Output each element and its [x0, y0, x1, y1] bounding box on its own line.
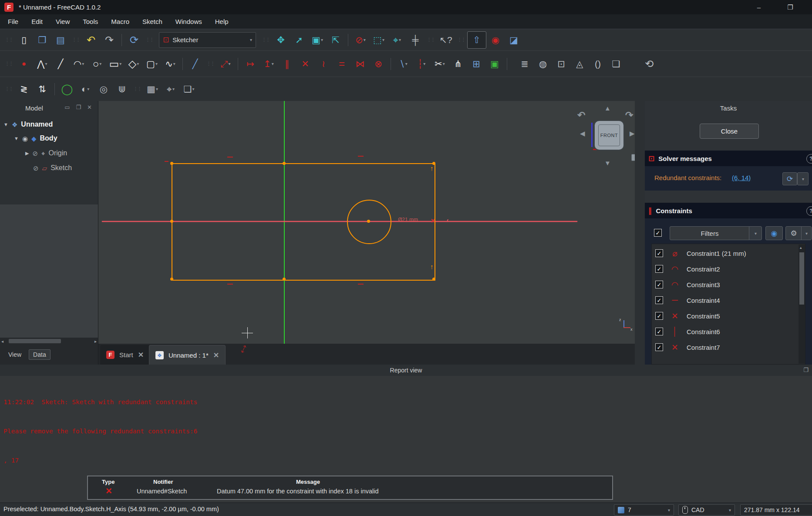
rotate-left-arrow-icon[interactable]: ↶ [577, 110, 585, 121]
sketcher-tool-spiral-button[interactable]: ◬ [570, 56, 589, 72]
sketcher-tool-sliders-button[interactable]: ≣ [516, 56, 534, 72]
notification-area[interactable]: Type Notifier Message ✕ Unnamed#Sketch D… [87, 476, 613, 500]
solver-refresh-button[interactable]: ⟳ [782, 172, 797, 185]
menu-windows[interactable]: Windows [175, 18, 202, 25]
scrollbar-thumb[interactable] [9, 339, 61, 343]
zoom-tools-button[interactable]: ⌖▾ [388, 32, 406, 48]
sketcher-tool-frame-button[interactable]: ⊡ [552, 56, 570, 72]
panel-float-icon[interactable]: ❐ [76, 104, 81, 111]
constraint-checkbox[interactable]: ✓ [655, 296, 663, 304]
show-constraints-button[interactable]: ◉ [765, 226, 783, 240]
menu-help[interactable]: Help [215, 18, 229, 25]
toolbar-grip[interactable]: ⋮⋮ [5, 86, 13, 92]
menu-view[interactable]: View [56, 18, 70, 25]
construction-mode-button[interactable]: ╱ [186, 56, 204, 72]
trim-edge-button[interactable]: ✂▾ [431, 56, 449, 72]
panel-splitter[interactable] [635, 101, 645, 365]
detail-level-selector[interactable]: 7 ▾ [614, 504, 674, 516]
toolbar-grip[interactable]: ⋮⋮ [5, 37, 13, 43]
menu-sketch[interactable]: Sketch [142, 18, 162, 25]
toolbar-grip[interactable]: ⋮⋮ [145, 37, 153, 43]
create-rectangle-button[interactable]: ▭▾ [106, 56, 125, 72]
redo-button[interactable]: ↷ [100, 32, 118, 48]
save-document-button[interactable]: ▤ [51, 32, 70, 48]
constraint-list-item[interactable]: ✓ ─ Constraint4 [655, 293, 720, 308]
whats-this-button[interactable]: ↖? [437, 32, 455, 48]
create-point-button[interactable]: ● [15, 56, 33, 72]
sketch-vertex[interactable] [432, 278, 435, 281]
toolbar-grip[interactable]: ⋮⋮ [72, 37, 80, 43]
circle-center-point[interactable] [367, 220, 370, 223]
tree-item-document[interactable]: ▼ ❖ Unnamed [3, 118, 53, 131]
toggle-grid-button[interactable]: ▦▾ [143, 81, 162, 97]
nav-mini-cube-icon[interactable] [631, 154, 635, 161]
help-question-icon[interactable]: ? [806, 206, 812, 216]
tab-close-icon[interactable]: ✕ [138, 351, 144, 359]
workbench-selector[interactable]: ⊡ Sketcher ▾ [159, 32, 256, 48]
constraint-checkbox[interactable]: ✓ [655, 328, 663, 335]
ellipse-tools-button[interactable]: ◐▾ [76, 81, 94, 97]
constrain-equal-button[interactable]: = [333, 56, 351, 72]
constraints-scrollbar[interactable]: ▴ [799, 245, 805, 364]
carbon-copy-button[interactable]: ▣ [485, 56, 504, 72]
select-constraints-button[interactable]: ≷ [15, 81, 33, 97]
toolbar-grip[interactable]: ⋮⋮ [206, 61, 214, 67]
navigation-cube[interactable]: ↶ ↷ ▲ ▼ ◀ ▶ FRONT [576, 104, 635, 170]
create-slot-button[interactable]: ▢▾ [143, 56, 161, 72]
external-geometry-button[interactable]: ⊞ [467, 56, 485, 72]
sketcher-tool-stamp-button[interactable]: ❏ [607, 56, 625, 72]
new-document-button[interactable]: ▯ [15, 32, 33, 48]
constrain-symmetric-button[interactable]: ⋈ [351, 56, 369, 72]
sync-view-button[interactable]: ⇱ [327, 32, 345, 48]
nav-cube-front-face[interactable]: FRONT [594, 120, 624, 151]
split-edge-button[interactable]: ⋔ [449, 56, 467, 72]
toolbar-grip[interactable]: ⋮⋮ [262, 37, 270, 43]
measure-button[interactable]: ╪ [406, 32, 425, 48]
tab-view[interactable]: View [4, 350, 25, 359]
fit-selection-button[interactable]: ➚ [290, 32, 308, 48]
nav-style-selector[interactable]: CAD ▾ [678, 504, 735, 516]
tab-start[interactable]: F Start ✕ [100, 345, 150, 365]
menu-tools[interactable]: Tools [83, 18, 98, 25]
scroll-right-icon[interactable]: ▸ [94, 339, 97, 344]
constraints-header[interactable]: ∥ Constraints ? [645, 203, 812, 218]
sketch-midpoint[interactable] [283, 278, 286, 281]
scroll-left-icon[interactable]: ◂ [1, 339, 3, 344]
constraint-checkbox[interactable]: ✓ [655, 312, 663, 320]
constraint-list-item[interactable]: ✓ ✕ Constraint7 [655, 340, 720, 355]
tree-item-body[interactable]: ▼ ◉ ◆ Body [14, 132, 57, 144]
sketch-vertex[interactable] [170, 278, 173, 281]
report-view-header[interactable]: Report view ❐ [0, 365, 812, 376]
toolbar-grip[interactable]: ⋮⋮ [5, 61, 13, 67]
nav-down-arrow-icon[interactable]: ▼ [604, 159, 611, 167]
scrollbar-thumb[interactable] [799, 252, 804, 305]
help-question-icon[interactable]: ? [806, 154, 812, 164]
create-bspline-button[interactable]: ∿▾ [161, 56, 179, 72]
draw-style-button[interactable]: ⊘▾ [351, 32, 370, 48]
bspline-comb-button[interactable]: ⋓ [113, 81, 131, 97]
constrain-tangent-button[interactable]: ≀ [314, 56, 333, 72]
select-elements-button[interactable]: ⇅ [33, 81, 51, 97]
constrain-distance-y-button[interactable]: ↥▾ [259, 56, 278, 72]
sketcher-tool-rotate-button[interactable]: ⟲ [640, 56, 658, 72]
create-line-button[interactable]: ╱ [51, 56, 70, 72]
redundant-constraints-link[interactable]: (6, 14) [732, 174, 751, 181]
constraint-checkbox[interactable]: ✓ [655, 281, 663, 288]
show-circles-button[interactable]: ◎ [94, 81, 113, 97]
constraint-checkbox[interactable]: ✓ [655, 249, 663, 257]
tab-close-icon[interactable]: ✕ [213, 351, 219, 359]
settings-dropdown-button[interactable]: ▾ [801, 226, 812, 240]
create-polygon-button[interactable]: ◇▾ [125, 56, 143, 72]
menu-file[interactable]: File [8, 18, 18, 25]
maximize-button[interactable]: ❐ [778, 0, 803, 14]
view-section-button[interactable]: ◪ [505, 32, 523, 48]
3d-viewport[interactable]: Ø21 mm ↑ ↑ ✕ ‹ ↶ ↷ ▲ ▼ ◀ ▶ FRONT [98, 101, 635, 344]
minimize-button[interactable]: – [746, 0, 772, 14]
tab-data[interactable]: Data [29, 349, 51, 360]
constraint-settings-button[interactable]: ⚙ [785, 226, 802, 240]
activate-constraint-button[interactable]: ┆▾ [412, 56, 431, 72]
chevron-down-icon[interactable]: ▼ [14, 136, 19, 141]
rotate-right-arrow-icon[interactable]: ↷ [625, 110, 633, 121]
tab-document[interactable]: ❖ Unnamed : 1* ✕ [149, 345, 226, 365]
create-circle-button[interactable]: ○▾ [88, 56, 106, 72]
